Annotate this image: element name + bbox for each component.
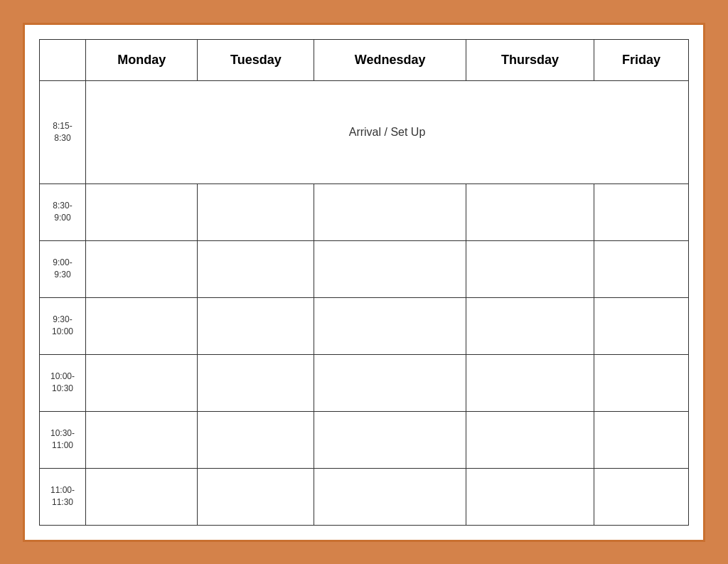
- schedule-cell[interactable]: [466, 354, 594, 411]
- schedule-cell[interactable]: [86, 297, 198, 354]
- schedule-cell[interactable]: [86, 411, 198, 468]
- schedule-cell[interactable]: [314, 411, 466, 468]
- schedule-cell[interactable]: [466, 240, 594, 297]
- schedule-cell[interactable]: [314, 468, 466, 525]
- header-friday: Friday: [594, 39, 689, 80]
- schedule-cell[interactable]: [198, 411, 314, 468]
- schedule-cell[interactable]: [86, 468, 198, 525]
- schedule-cell[interactable]: [594, 411, 689, 468]
- table-row: 10:00-10:30: [40, 354, 689, 411]
- header-monday: Monday: [86, 39, 198, 80]
- header-wednesday: Wednesday: [314, 39, 466, 80]
- schedule-cell[interactable]: [594, 468, 689, 525]
- header-tuesday: Tuesday: [198, 39, 314, 80]
- header-empty: [40, 39, 86, 80]
- schedule-cell[interactable]: [594, 183, 689, 240]
- schedule-cell[interactable]: [198, 297, 314, 354]
- table-row: 11:00-11:30: [40, 468, 689, 525]
- schedule-cell[interactable]: [198, 354, 314, 411]
- schedule-cell[interactable]: [466, 411, 594, 468]
- time-cell: 11:00-11:30: [40, 468, 86, 525]
- time-cell: 9:30-10:00: [40, 297, 86, 354]
- schedule-table: Monday Tuesday Wednesday Thursday Friday…: [39, 39, 689, 526]
- schedule-cell[interactable]: [466, 297, 594, 354]
- table-row: 8:30-9:00: [40, 183, 689, 240]
- table-row: 8:15-8:30Arrival / Set Up: [40, 80, 689, 183]
- schedule-cell[interactable]: [314, 297, 466, 354]
- arrival-cell: Arrival / Set Up: [86, 80, 689, 183]
- schedule-cell[interactable]: [314, 240, 466, 297]
- schedule-cell[interactable]: [314, 354, 466, 411]
- schedule-cell[interactable]: [594, 354, 689, 411]
- page-container: Monday Tuesday Wednesday Thursday Friday…: [23, 23, 705, 542]
- schedule-cell[interactable]: [198, 468, 314, 525]
- time-cell: 10:30-11:00: [40, 411, 86, 468]
- schedule-cell[interactable]: [86, 183, 198, 240]
- schedule-cell[interactable]: [466, 183, 594, 240]
- schedule-cell[interactable]: [594, 240, 689, 297]
- schedule-cell[interactable]: [314, 183, 466, 240]
- table-row: 9:00-9:30: [40, 240, 689, 297]
- table-row: 10:30-11:00: [40, 411, 689, 468]
- table-row: 9:30-10:00: [40, 297, 689, 354]
- time-cell: 8:15-8:30: [40, 80, 86, 183]
- time-cell: 9:00-9:30: [40, 240, 86, 297]
- schedule-cell[interactable]: [86, 240, 198, 297]
- header-thursday: Thursday: [466, 39, 594, 80]
- schedule-cell[interactable]: [198, 240, 314, 297]
- schedule-cell[interactable]: [466, 468, 594, 525]
- schedule-cell[interactable]: [86, 354, 198, 411]
- schedule-cell[interactable]: [198, 183, 314, 240]
- schedule-cell[interactable]: [594, 297, 689, 354]
- time-cell: 10:00-10:30: [40, 354, 86, 411]
- time-cell: 8:30-9:00: [40, 183, 86, 240]
